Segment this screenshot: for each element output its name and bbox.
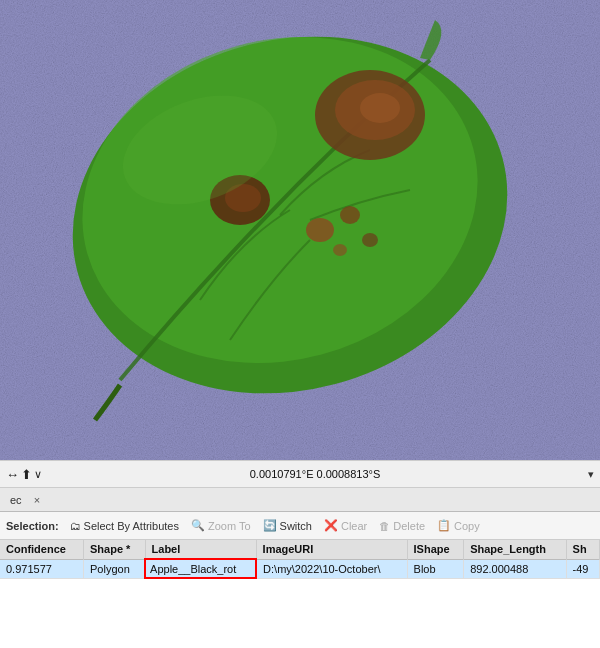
cell-label: Apple__Black_rot [145,559,256,578]
coord-bar: ↔ ⬆ ∨ 0.0010791°E 0.0008813°S ▾ [0,460,600,488]
svg-point-9 [306,218,334,242]
cell-shape-length: 892.000488 [464,559,566,578]
svg-point-12 [333,244,347,256]
arrow-icon: ↔ [6,467,19,482]
svg-point-11 [362,233,378,247]
zoom-to-button[interactable]: 🔍 Zoom To [186,517,256,534]
svg-point-10 [340,206,360,224]
zoom-icon: 🔍 [191,519,205,532]
cell-ishape: Blob [407,559,464,578]
col-ishape[interactable]: IShape [407,540,464,559]
data-table: Confidence Shape * Label ImageURI IShape… [0,540,600,579]
selection-label: Selection: [6,520,59,532]
cell-shape: Polygon [84,559,146,578]
tab-label[interactable]: ec [4,492,28,508]
select-icon: 🗂 [70,520,81,532]
switch-label: Switch [280,520,312,532]
svg-point-6 [360,93,400,123]
switch-icon: 🔄 [263,519,277,532]
toolbar: Selection: 🗂 Select By Attributes 🔍 Zoom… [0,512,600,540]
coord-dropdown[interactable]: ▾ [588,468,594,481]
col-confidence[interactable]: Confidence [0,540,84,559]
col-imageuri[interactable]: ImageURI [256,540,407,559]
tab-close-button[interactable]: × [32,494,42,506]
coordinate-display: 0.0010791°E 0.0008813°S [48,468,582,480]
chevron-icon[interactable]: ∨ [34,468,42,481]
clear-label: Clear [341,520,367,532]
table-row[interactable]: 0.971577 Polygon Apple__Black_rot D:\my\… [0,559,600,578]
col-shape-length[interactable]: Shape_Length [464,540,566,559]
delete-button[interactable]: 🗑 Delete [374,518,430,534]
col-sh[interactable]: Sh [566,540,599,559]
cell-imageuri: D:\my\2022\10-October\ [256,559,407,578]
select-by-attributes-button[interactable]: 🗂 Select By Attributes [65,518,184,534]
delete-icon: 🗑 [379,520,390,532]
delete-label: Delete [393,520,425,532]
switch-button[interactable]: 🔄 Switch [258,517,317,534]
copy-button[interactable]: 📋 Copy [432,517,485,534]
cell-confidence: 0.971577 [0,559,84,578]
copy-icon: 📋 [437,519,451,532]
cell-sh: -49 [566,559,599,578]
image-area [0,0,600,460]
coord-icons: ↔ ⬆ ∨ [6,467,42,482]
table-container: Confidence Shape * Label ImageURI IShape… [0,540,600,648]
select-by-attributes-label: Select By Attributes [84,520,179,532]
clear-icon: ❌ [324,519,338,532]
table-header-row: Confidence Shape * Label ImageURI IShape… [0,540,600,559]
zoom-to-label: Zoom To [208,520,251,532]
col-shape[interactable]: Shape * [84,540,146,559]
nav-icon: ⬆ [21,467,32,482]
copy-label: Copy [454,520,480,532]
clear-button[interactable]: ❌ Clear [319,517,372,534]
tab-bar: ec × [0,488,600,512]
col-label[interactable]: Label [145,540,256,559]
